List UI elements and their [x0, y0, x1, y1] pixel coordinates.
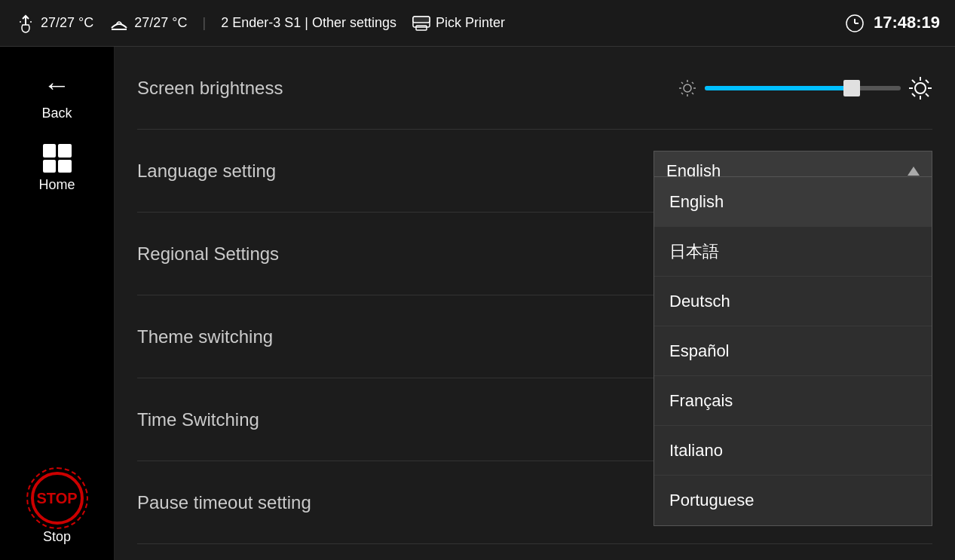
svg-line-14: [681, 82, 683, 84]
dropdown-up-arrow-icon: [908, 167, 920, 176]
settings-content: Screen brightness: [115, 47, 955, 560]
brightness-high-icon: [908, 76, 932, 100]
language-option-italiano[interactable]: Italiano: [654, 426, 932, 476]
brightness-slider[interactable]: [705, 86, 901, 90]
hotend-temp: 27/27 °C: [15, 13, 93, 34]
back-arrow-icon: ←: [44, 69, 71, 101]
bed-temp: 27/27 °C: [109, 13, 187, 34]
status-bar: 27/27 °C 27/27 °C | 2 Ender-3 S1 | Other…: [0, 0, 955, 47]
svg-point-9: [684, 84, 691, 92]
home-button[interactable]: Home: [0, 136, 114, 200]
brightness-row: Screen brightness: [137, 47, 932, 130]
stop-circle-icon: STOP: [31, 472, 84, 525]
stop-button[interactable]: STOP Stop: [31, 472, 84, 545]
language-option-deutsch[interactable]: Deutsch: [654, 277, 932, 326]
language-option-japanese[interactable]: 日本語: [654, 227, 932, 277]
language-option-portuguese[interactable]: Portuguese: [654, 476, 932, 525]
printer-icon: [412, 15, 431, 32]
bed-icon: [109, 13, 130, 34]
home-icon: [43, 144, 72, 173]
clock: 17:48:19: [845, 13, 940, 33]
svg-line-16: [692, 82, 693, 84]
language-option-espanol[interactable]: Español: [654, 326, 932, 376]
svg-point-18: [915, 83, 926, 93]
svg-line-15: [692, 93, 693, 94]
clock-icon: [845, 14, 865, 33]
sidebar: ← Back Home STOP Stop: [0, 47, 115, 560]
svg-line-25: [926, 80, 929, 83]
svg-line-24: [926, 93, 929, 96]
brightness-low-icon: [678, 78, 697, 98]
brightness-control[interactable]: [678, 76, 932, 100]
svg-rect-5: [413, 17, 430, 23]
svg-line-26: [912, 93, 915, 96]
language-option-english[interactable]: English: [654, 177, 932, 227]
language-option-francais[interactable]: Français: [654, 376, 932, 426]
pick-printer[interactable]: Pick Printer: [412, 15, 505, 32]
svg-line-17: [681, 93, 683, 94]
hotend-icon: [15, 13, 36, 34]
svg-line-23: [912, 80, 915, 83]
printer-info: 2 Ender-3 S1 | Other settings: [221, 15, 396, 31]
language-dropdown-menu[interactable]: English日本語DeutschEspañolFrançaisItaliano…: [654, 176, 932, 526]
svg-rect-4: [416, 26, 427, 30]
back-button[interactable]: ← Back: [0, 62, 114, 129]
